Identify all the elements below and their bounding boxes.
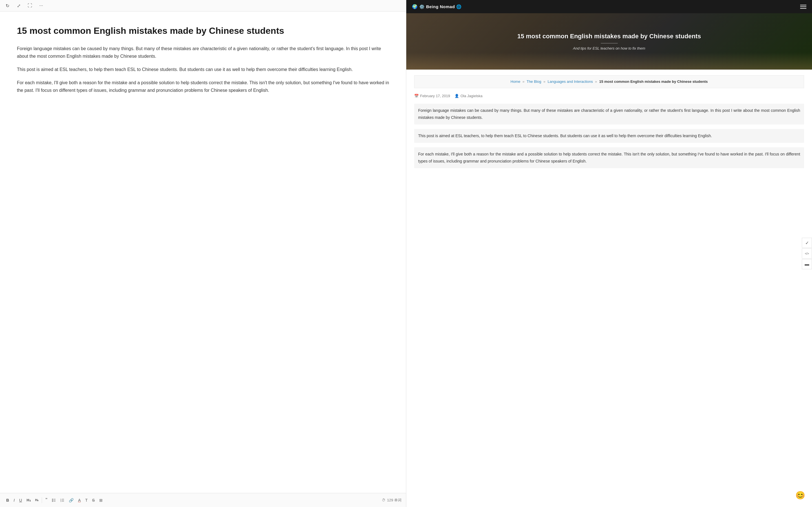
article-author: Ola Jagielska: [460, 94, 483, 98]
word-count-area: ⏱ 129 单词: [382, 498, 402, 503]
hero-subtitle: And tips for ESL teachers on how to fix …: [573, 46, 645, 50]
logo-text: ⚙️ Being Nomad 🌐: [419, 4, 462, 9]
expand-icon[interactable]: ⛶: [27, 3, 33, 8]
emoji-button[interactable]: 😊: [794, 489, 806, 501]
svg-point-4: [52, 501, 53, 502]
list-ol-icon: 1. 2. 3.: [60, 498, 64, 502]
svg-rect-11: [62, 501, 64, 501]
hero-title: 15 most common English mistakes made by …: [517, 33, 701, 41]
hero-bg-decoration: [406, 53, 812, 69]
svg-point-2: [52, 500, 53, 501]
editor-content-area[interactable]: 15 most common English mistakes made by …: [0, 11, 406, 493]
svg-rect-5: [53, 501, 56, 501]
article-paragraph-3: For each mistake, I'll give both a reaso…: [414, 147, 804, 168]
breadcrumb-home[interactable]: Home: [511, 79, 520, 83]
breadcrumb-category[interactable]: Languages and Interactions: [548, 79, 593, 83]
site-logo[interactable]: 🌍 ⚙️ Being Nomad 🌐: [412, 4, 462, 9]
calendar-icon: 📅: [414, 94, 419, 98]
list-ul-icon: [52, 498, 56, 502]
svg-point-0: [52, 499, 53, 499]
bold-button[interactable]: B: [4, 497, 11, 504]
meta-author: 👤 Ola Jagielska: [455, 94, 483, 98]
check-button[interactable]: ✓: [802, 238, 812, 248]
code-icon: </>: [805, 252, 809, 255]
meta-date: 📅 February 17, 2019: [414, 94, 450, 98]
list-ol-button[interactable]: 1. 2. 3.: [59, 497, 66, 503]
list-ul-button[interactable]: [50, 497, 57, 503]
italic-button[interactable]: I: [12, 497, 16, 504]
check-icon: ✓: [805, 240, 809, 245]
hamburger-line-2: [800, 6, 806, 7]
svg-rect-9: [62, 500, 64, 500]
stack-button[interactable]: ▬: [802, 259, 812, 269]
stack-icon: ▬: [805, 262, 809, 267]
paragraph-3: For each mistake, I'll give both a reaso…: [17, 79, 389, 94]
breadcrumb-sep-1: »: [522, 79, 524, 83]
text-color-button[interactable]: A: [77, 497, 82, 504]
hamburger-line-3: [800, 8, 806, 9]
breadcrumb: Home » The Blog » Languages and Interact…: [414, 75, 804, 88]
toolbar-divider-1: [42, 497, 42, 503]
article-date: February 17, 2019: [420, 94, 450, 98]
side-action-buttons: ✓ </> ▬: [802, 238, 812, 269]
link-button[interactable]: 🔗: [67, 497, 75, 504]
editor-panel: ↻ ⤢ ⛶ ··· 15 most common English mistake…: [0, 0, 406, 507]
svg-text:3.: 3.: [60, 501, 61, 502]
breadcrumb-sep-3: »: [595, 79, 597, 83]
underline-button[interactable]: U: [17, 497, 24, 504]
author-icon: 👤: [455, 94, 459, 98]
article-meta: 📅 February 17, 2019 👤 Ola Jagielska: [414, 94, 804, 98]
strikethrough-button[interactable]: S: [91, 497, 96, 504]
hamburger-menu[interactable]: [800, 5, 806, 9]
editor-top-toolbar: ↻ ⤢ ⛶ ···: [0, 0, 406, 11]
hamburger-line-1: [800, 5, 806, 5]
share-icon[interactable]: ⤢: [16, 3, 21, 8]
more-icon[interactable]: ···: [38, 3, 44, 8]
image-button[interactable]: ⊞: [98, 497, 104, 504]
article-paragraph-2: This post is aimed at ESL teachers, to h…: [414, 129, 804, 143]
paragraph-2: This post is aimed at ESL teachers, to h…: [17, 66, 389, 73]
font-button[interactable]: T: [84, 497, 89, 504]
breadcrumb-sep-2: »: [543, 79, 545, 83]
hero-section: 15 most common English mistakes made by …: [406, 13, 812, 69]
word-count-text: 129 单词: [387, 498, 402, 503]
quote-open-button[interactable]: ": [44, 496, 49, 504]
article-body: Foreign language mistakes can be caused …: [414, 104, 804, 168]
refresh-icon[interactable]: ↻: [4, 3, 10, 8]
code-button[interactable]: </>: [802, 248, 812, 259]
site-navigation: 🌍 ⚙️ Being Nomad 🌐: [406, 0, 812, 13]
h1-button[interactable]: H₁: [25, 497, 32, 503]
logo-icon: 🌍: [412, 4, 417, 9]
h2-button[interactable]: H₂: [34, 497, 40, 503]
paragraph-1: Foreign language mistakes can be caused …: [17, 45, 389, 60]
svg-rect-3: [53, 500, 56, 500]
clock-icon: ⏱: [382, 498, 386, 502]
article-container: Home » The Blog » Languages and Interact…: [406, 69, 812, 178]
breadcrumb-blog[interactable]: The Blog: [527, 79, 541, 83]
breadcrumb-current: 15 most common English mistakes made by …: [599, 79, 708, 83]
article-title: 15 most common English mistakes made by …: [17, 25, 389, 37]
preview-panel: 🌍 ⚙️ Being Nomad 🌐 15 most common Englis…: [406, 0, 812, 507]
article-paragraph-1: Foreign language mistakes can be caused …: [414, 104, 804, 124]
editor-format-toolbar: B I U H₁ H₂ " 1. 2. 3.: [0, 493, 406, 507]
